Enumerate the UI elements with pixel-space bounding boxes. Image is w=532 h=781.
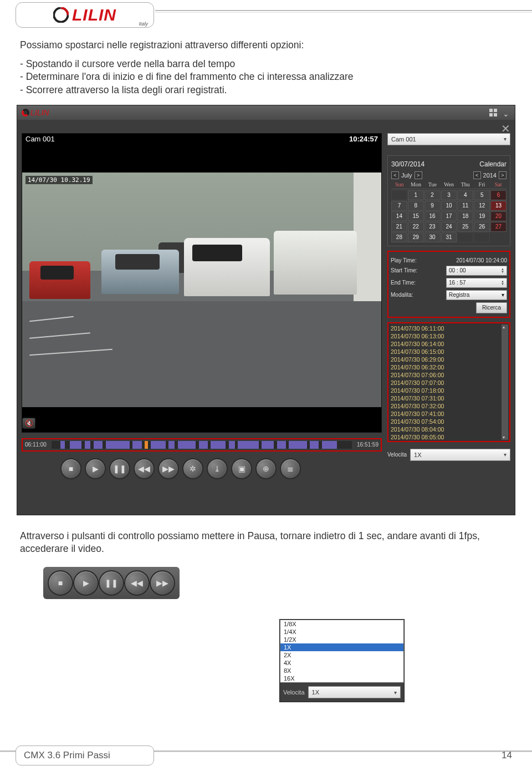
prev-year-button[interactable]: <: [473, 171, 481, 179]
calendar-day[interactable]: 31: [441, 232, 457, 242]
recording-item[interactable]: 2014/07/30 07:07:00: [391, 379, 507, 387]
search-button[interactable]: Ricerca: [476, 302, 507, 313]
recording-item[interactable]: 2014/07/30 06:14:00: [391, 340, 507, 348]
prev-month-button[interactable]: <: [391, 171, 399, 179]
speed-option[interactable]: 2X: [280, 651, 403, 659]
calendar-day[interactable]: 6: [490, 190, 507, 200]
timeline-bar[interactable]: 06:11:00: [22, 438, 382, 452]
calendar-day[interactable]: 20: [490, 211, 507, 221]
end-time-input[interactable]: 16 : 57▲▼: [446, 278, 507, 288]
step-back-button[interactable]: ◀◀: [134, 458, 155, 479]
export-button[interactable]: ⤓: [207, 458, 228, 479]
camera-select-value: Cam 001: [391, 136, 416, 143]
calendar-day[interactable]: 3: [441, 190, 457, 200]
calendar-day[interactable]: 7: [391, 201, 407, 211]
recording-item[interactable]: 2014/07/30 07:54:00: [391, 418, 507, 425]
recording-item[interactable]: 2014/07/30 06:15:00: [391, 348, 507, 356]
calendar-year: 2014: [483, 172, 497, 179]
recording-item[interactable]: 2014/07/30 08:04:00: [391, 425, 507, 433]
calendar-day[interactable]: 19: [474, 211, 490, 221]
zoom-button[interactable]: ⊕: [255, 458, 277, 479]
page-footer: CMX 3.6 Primi Passi 14: [0, 750, 532, 765]
recording-item[interactable]: 2014/07/30 07:41:00: [391, 410, 507, 418]
scrollbar[interactable]: [502, 324, 508, 440]
video-timestamp-overlay: 14/07/30 10.32.19: [25, 176, 93, 184]
recording-item[interactable]: 2014/07/30 06:13:00: [391, 332, 507, 340]
speed-option[interactable]: 1/8X: [280, 620, 403, 628]
next-month-button[interactable]: >: [415, 171, 422, 179]
calendar-day[interactable]: 8: [408, 201, 424, 211]
step-fwd-button[interactable]: ▶▶: [158, 458, 179, 479]
calendar-day[interactable]: 9: [424, 201, 441, 211]
brand-logo: LILIN Italy: [16, 2, 154, 28]
recording-item[interactable]: 2014/07/30 07:31:00: [391, 394, 507, 402]
video-viewport[interactable]: Cam 001 10:24:57 14/07/30 10.32.19 🔇: [22, 133, 382, 433]
speed-option[interactable]: 1/4X: [280, 628, 403, 636]
step-fwd-button[interactable]: ▶▶: [150, 570, 175, 596]
calendar-day[interactable]: 29: [408, 232, 424, 242]
calendar-day[interactable]: 5: [474, 190, 490, 200]
calendar-day[interactable]: 25: [457, 222, 473, 232]
speed-option[interactable]: 4X: [280, 659, 403, 667]
pause-button[interactable]: ❚❚: [109, 458, 130, 479]
calendar-day[interactable]: 11: [457, 201, 473, 211]
stop-button[interactable]: ■: [48, 570, 73, 596]
calendar-day[interactable]: 28: [391, 232, 407, 242]
speed-option[interactable]: 8X: [280, 667, 403, 674]
video-frame: [22, 173, 381, 407]
calendar-day[interactable]: 17: [441, 211, 457, 221]
play-button[interactable]: ▶: [73, 570, 99, 596]
play-time-label: Play Time:: [391, 257, 417, 263]
intro-bullet: - Determinare l'ora di inizio e di fine …: [20, 70, 512, 84]
speed-option[interactable]: 16X: [280, 674, 403, 682]
audio-mute-icon[interactable]: 🔇: [22, 418, 35, 429]
calendar-dow: Tue: [424, 181, 441, 187]
calendar-day[interactable]: 16: [424, 211, 441, 221]
speed-option[interactable]: 1X: [280, 643, 403, 651]
camera-select[interactable]: Cam 001 ▾: [387, 133, 510, 145]
next-year-button[interactable]: >: [499, 171, 507, 179]
calendar-day[interactable]: 14: [391, 211, 407, 221]
recording-item[interactable]: 2014/07/30 07:18:00: [391, 387, 507, 394]
recording-item[interactable]: 2014/07/30 06:11:00: [391, 324, 507, 332]
calendar-day[interactable]: 23: [424, 222, 441, 232]
calendar-day[interactable]: 24: [441, 222, 457, 232]
stop-button[interactable]: ■: [60, 458, 81, 479]
list-button[interactable]: ≣: [280, 458, 301, 479]
calendar-day[interactable]: 4: [457, 190, 473, 200]
calendar-day[interactable]: 26: [474, 222, 490, 232]
calendar-day[interactable]: 18: [457, 211, 473, 221]
calendar-day[interactable]: 15: [408, 211, 424, 221]
recording-item[interactable]: 2014/07/30 06:32:00: [391, 363, 507, 371]
recording-item[interactable]: 2014/07/30 08:06:00: [391, 441, 507, 442]
recording-item[interactable]: 2014/07/30 07:32:00: [391, 402, 507, 410]
play-button[interactable]: ▶: [85, 458, 106, 479]
calendar-day[interactable]: 2: [424, 190, 441, 200]
timeline-cursor[interactable]: [145, 441, 148, 449]
speed-options-list: 1/8X1/4X1/2X1X2X4X8X16X: [280, 620, 404, 683]
recording-item[interactable]: 2014/07/30 07:06:00: [391, 371, 507, 379]
recording-item[interactable]: 2014/07/30 06:29:00: [391, 356, 507, 363]
layout-grid-icon[interactable]: [489, 109, 497, 116]
calendar-day[interactable]: 30: [424, 232, 441, 242]
chevron-down-icon[interactable]: [503, 109, 510, 116]
snapshot-button[interactable]: ▣: [231, 458, 252, 479]
calendar-day[interactable]: 21: [391, 222, 407, 232]
settings-button[interactable]: ✲: [182, 458, 203, 479]
calendar-day[interactable]: 10: [441, 201, 457, 211]
camera-name-label: Cam 001: [22, 134, 58, 144]
speed-select[interactable]: 1X ▾: [308, 686, 401, 698]
calendar-day[interactable]: 13: [490, 201, 507, 211]
speed-option[interactable]: 1/2X: [280, 636, 403, 643]
step-back-button[interactable]: ◀◀: [124, 570, 150, 596]
recording-item[interactable]: 2014/07/30 08:05:00: [391, 433, 507, 441]
calendar-day[interactable]: 27: [490, 222, 507, 232]
pause-button[interactable]: ❚❚: [99, 570, 124, 596]
mode-select[interactable]: Registra▾: [446, 290, 507, 300]
speed-select[interactable]: 1X ▾: [410, 449, 510, 461]
start-time-input[interactable]: 00 : 00▲▼: [446, 266, 507, 276]
calendar-day[interactable]: 22: [408, 222, 424, 232]
intro-bullet: - Spostando il cursore verde nella barra…: [20, 58, 512, 71]
calendar-day[interactable]: 12: [474, 201, 490, 211]
calendar-day[interactable]: 1: [408, 190, 424, 200]
